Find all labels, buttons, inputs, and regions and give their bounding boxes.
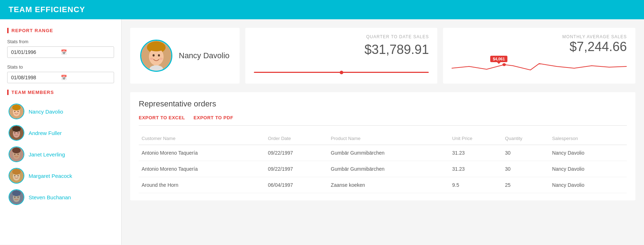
svg-point-34 xyxy=(149,65,163,72)
member-avatar-janet xyxy=(9,146,24,162)
table-col-salesperson: Salesperson xyxy=(549,132,627,145)
svg-point-4 xyxy=(18,111,19,112)
calendar-to-icon[interactable]: 📅 xyxy=(61,75,110,80)
top-row: Nancy Davolio QUARTER TO DATE SALES $31,… xyxy=(130,28,635,84)
export-buttons: EXPORT TO EXCEL EXPORT TO PDF xyxy=(139,115,627,126)
table-cell-3: 31.23 xyxy=(449,161,502,177)
profile-name: Nancy Davolio xyxy=(179,51,230,60)
stats-to-input[interactable]: 01/08/1998 📅 xyxy=(7,72,114,83)
table-body: Antonio Moreno Taquería09/22/1997Gumbär … xyxy=(139,145,627,193)
svg-point-18 xyxy=(14,175,15,176)
monthly-sales-value: $7,244.66 xyxy=(452,39,627,54)
table-col-product-name: Product Name xyxy=(328,132,449,145)
table-cell-2: Gumbär Gummibärchen xyxy=(328,161,449,177)
profile-avatar xyxy=(140,40,172,72)
member-item-nancy[interactable]: Nancy Davolio xyxy=(7,101,114,122)
member-name-janet: Janet Leverling xyxy=(29,151,65,158)
monthly-tooltip: $4,061 xyxy=(490,56,507,62)
quarter-chart xyxy=(254,63,429,77)
monthly-sales-card: MONTHLY AVERAGE SALES $7,244.66 $4,061 xyxy=(443,28,635,84)
table-cell-2: Gumbär Gummibärchen xyxy=(328,145,449,161)
report-range-title: REPORT RANGE xyxy=(7,28,114,33)
table-row[interactable]: Antonio Moreno Taquería09/22/1997Gumbär … xyxy=(139,161,627,177)
table-cell-0: Antonio Moreno Taquería xyxy=(139,145,265,161)
svg-point-13 xyxy=(14,154,15,155)
sparkline-svg xyxy=(452,56,627,74)
svg-point-3 xyxy=(14,111,15,112)
table-col-quantity: Quantity xyxy=(502,132,549,145)
quarter-sales-value: $31,789.91 xyxy=(254,42,429,57)
svg-point-23 xyxy=(14,196,15,198)
table-col-customer-name: Customer Name xyxy=(139,132,265,145)
table-cell-4: 30 xyxy=(502,161,549,177)
export-excel-button[interactable]: EXPORT TO EXCEL xyxy=(139,115,185,120)
quarter-dot xyxy=(340,71,343,74)
team-members-title: TEAM MEMBERS xyxy=(7,90,114,95)
table-cell-0: Around the Horn xyxy=(139,177,265,193)
stats-from-input[interactable]: 01/01/1996 📅 xyxy=(7,46,114,58)
member-name-nancy: Nancy Davolio xyxy=(29,109,63,115)
svg-point-22 xyxy=(12,190,21,196)
member-name-margaret: Margaret Peacock xyxy=(29,173,72,179)
profile-card: Nancy Davolio xyxy=(130,28,240,84)
sidebar: REPORT RANGE Stats from 01/01/1996 📅 Sta… xyxy=(0,19,122,245)
member-item-margaret[interactable]: Margaret Peacock xyxy=(7,165,114,186)
member-avatar-steven xyxy=(9,189,24,205)
member-avatar-margaret xyxy=(9,168,24,184)
members-list: Nancy Davolio Andrew Fuller Janet Leverl… xyxy=(7,101,114,208)
table-cell-5: Nancy Davolio xyxy=(549,145,627,161)
table-cell-3: 31.23 xyxy=(449,145,502,161)
main-content: Nancy Davolio QUARTER TO DATE SALES $31,… xyxy=(122,19,644,245)
member-avatar-nancy xyxy=(9,104,24,119)
svg-point-8 xyxy=(14,132,15,134)
quarter-sales-card: QUARTER TO DATE SALES $31,789.91 xyxy=(245,28,438,84)
table-cell-5: Nancy Davolio xyxy=(549,177,627,193)
stats-from-label: Stats from xyxy=(7,39,114,44)
svg-point-7 xyxy=(12,126,21,132)
calendar-from-icon[interactable]: 📅 xyxy=(61,49,110,55)
orders-title: Representative orders xyxy=(139,99,627,109)
svg-point-30 xyxy=(158,54,160,57)
orders-table: Customer NameOrder DateProduct NameUnit … xyxy=(139,132,627,193)
table-cell-1: 09/22/1997 xyxy=(265,145,328,161)
table-row[interactable]: Around the Horn06/04/1997Zaanse koeken9.… xyxy=(139,177,627,193)
page-header: TEAM EFFICIENCY xyxy=(0,0,644,19)
svg-point-14 xyxy=(18,154,19,155)
orders-section: Representative orders EXPORT TO EXCEL EX… xyxy=(130,92,635,200)
table-cell-1: 06/04/1997 xyxy=(265,177,328,193)
member-item-andrew[interactable]: Andrew Fuller xyxy=(7,122,114,144)
svg-point-12 xyxy=(12,148,21,153)
table-cell-4: 30 xyxy=(502,145,549,161)
member-item-janet[interactable]: Janet Leverling xyxy=(7,144,114,165)
stats-to-label: Stats to xyxy=(7,64,114,70)
svg-point-35 xyxy=(502,63,506,66)
quarter-sales-label: QUARTER TO DATE SALES xyxy=(254,34,429,39)
table-header-row: Customer NameOrder DateProduct NameUnit … xyxy=(139,132,627,145)
table-cell-0: Antonio Moreno Taquería xyxy=(139,161,265,177)
svg-point-28 xyxy=(148,42,165,51)
table-cell-2: Zaanse koeken xyxy=(328,177,449,193)
member-name-andrew: Andrew Fuller xyxy=(29,130,62,136)
svg-point-31 xyxy=(150,58,153,60)
member-avatar-andrew xyxy=(9,125,24,141)
monthly-chart: $4,061 xyxy=(452,56,627,77)
table-row[interactable]: Antonio Moreno Taquería09/22/1997Gumbär … xyxy=(139,145,627,161)
svg-point-29 xyxy=(153,54,155,57)
table-col-order-date: Order Date xyxy=(265,132,328,145)
member-item-steven[interactable]: Steven Buchanan xyxy=(7,186,114,208)
table-col-unit-price: Unit Price xyxy=(449,132,502,145)
monthly-sales-label: MONTHLY AVERAGE SALES xyxy=(452,34,627,39)
member-name-steven: Steven Buchanan xyxy=(29,194,71,200)
table-cell-5: Nancy Davolio xyxy=(549,161,627,177)
svg-point-17 xyxy=(12,169,21,175)
table-cell-1: 09/22/1997 xyxy=(265,161,328,177)
svg-point-9 xyxy=(18,132,19,134)
svg-point-2 xyxy=(12,105,21,110)
svg-point-24 xyxy=(18,196,19,198)
table-cell-3: 9.5 xyxy=(449,177,502,193)
table-cell-4: 25 xyxy=(502,177,549,193)
export-pdf-button[interactable]: EXPORT TO PDF xyxy=(193,115,233,120)
svg-point-32 xyxy=(159,58,162,60)
svg-point-19 xyxy=(18,175,19,176)
